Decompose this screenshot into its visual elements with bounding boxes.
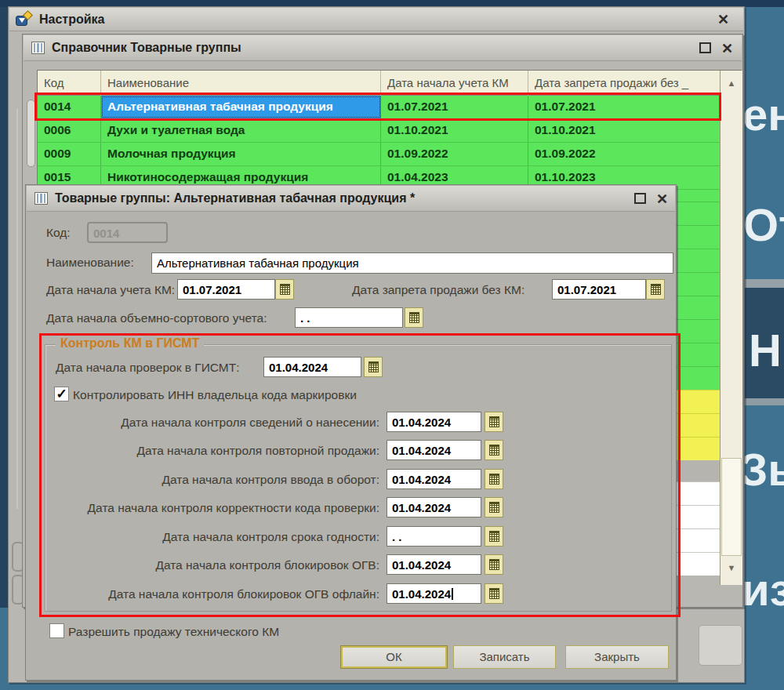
name-label: Наименование: xyxy=(46,256,134,270)
close-button[interactable]: Закрыть xyxy=(565,645,669,669)
date-volume-label: Дата начала объемно-сортового учета: xyxy=(46,311,267,325)
date-start-field[interactable]: 01.07.2021 xyxy=(177,279,275,300)
cell-date-start[interactable]: 01.10.2021 xyxy=(381,119,528,142)
background-text-fragment: из xyxy=(742,563,784,616)
background-text-fragment: Зы xyxy=(739,443,784,496)
code-label: Код: xyxy=(46,226,71,240)
cell-code[interactable]: 0009 xyxy=(38,143,101,165)
cell-code[interactable]: 0006 xyxy=(38,119,101,142)
background-button-fragment xyxy=(699,625,742,666)
write-button[interactable]: Записать xyxy=(453,645,556,669)
cell-name[interactable]: Духи и туалетная вода xyxy=(101,119,381,142)
code-field: 0014 xyxy=(87,222,168,243)
scroll-up-icon[interactable]: ▲ xyxy=(720,78,742,88)
background-text-fragment: От xyxy=(743,198,784,251)
background-text-fragment: ен xyxy=(742,88,784,140)
date-ban-field[interactable]: 01.07.2021 xyxy=(552,279,646,300)
tech-checkbox-label: Разрешить продажу технического КМ xyxy=(68,625,279,639)
scroll-down-icon[interactable]: ▼ xyxy=(720,563,742,572)
annotation-group-box xyxy=(39,333,681,617)
scroll-thumb[interactable] xyxy=(721,458,742,556)
desktop: ен От Н Зы из Настройка ✕ Справочник Тов… xyxy=(0,0,784,690)
cell-date-start[interactable]: 01.09.2022 xyxy=(381,143,528,165)
background-gray-strip xyxy=(745,279,784,288)
cell-name[interactable]: Молочная продукция xyxy=(101,143,381,165)
background-gray-strip-2 xyxy=(745,398,784,405)
form-icon xyxy=(15,12,32,27)
window-nastroyka-titlebar[interactable]: Настройка ✕ xyxy=(9,8,743,31)
date-volume-field[interactable]: . . xyxy=(295,307,403,328)
maximize-icon[interactable] xyxy=(634,193,646,204)
close-icon[interactable]: ✕ xyxy=(721,42,733,56)
background-text-fragment: Н xyxy=(749,324,782,376)
table-row[interactable]: 0006 Духи и туалетная вода 01.10.2021 01… xyxy=(38,119,720,143)
background-divider xyxy=(16,109,18,509)
maximize-icon[interactable] xyxy=(699,42,711,53)
dialog-titlebar[interactable]: Товарные группы: Альтернативная табачная… xyxy=(27,186,675,212)
window-title: Настройка xyxy=(39,13,104,27)
calendar-button[interactable] xyxy=(646,279,665,300)
window-title: Справочник Товарные группы xyxy=(52,41,241,55)
cell-date-ban[interactable]: 01.09.2022 xyxy=(528,143,720,165)
date-start-label: Дата начала учета КМ: xyxy=(46,283,175,297)
table-icon xyxy=(31,42,45,54)
name-field[interactable]: Альтернативная табачная продукция xyxy=(151,252,673,274)
window-spravochnik-titlebar[interactable]: Справочник Товарные группы ✕ xyxy=(24,35,742,61)
calendar-button[interactable] xyxy=(405,307,423,328)
annotation-selected-row xyxy=(34,93,721,121)
date-ban-label: Дата запрета продажи без КМ: xyxy=(352,283,524,297)
table-icon xyxy=(34,192,48,205)
table-vscrollbar[interactable]: ▲ ▼ xyxy=(720,71,742,585)
cell-date-ban[interactable]: 01.10.2021 xyxy=(528,119,720,142)
dialog-title: Товарные группы: Альтернативная табачная… xyxy=(55,191,415,205)
table-row[interactable]: 0009 Молочная продукция 01.09.2022 01.09… xyxy=(38,143,720,166)
calendar-button[interactable] xyxy=(275,279,294,300)
close-icon[interactable]: ✕ xyxy=(656,192,668,206)
desktop-left-strip xyxy=(0,7,8,608)
ok-button[interactable]: ОК xyxy=(340,645,448,669)
close-icon[interactable]: ✕ xyxy=(717,13,729,27)
tech-checkbox[interactable] xyxy=(49,623,64,638)
